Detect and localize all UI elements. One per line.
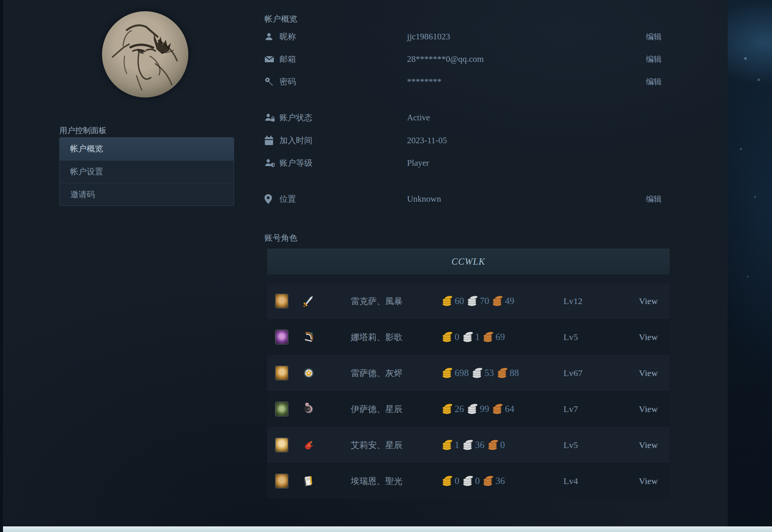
character-name: 雷克萨、風暴: [351, 295, 403, 307]
currency: 1 36 0: [442, 439, 508, 451]
nickname-edit-link[interactable]: 编辑: [646, 31, 662, 42]
account-status-label: 账户状态: [279, 112, 312, 123]
sidebar-item-invite-code[interactable]: 邀请码: [60, 183, 234, 206]
envelope-icon: [264, 55, 279, 63]
gold-coin-icon: [442, 295, 453, 307]
copper-amount: 36: [496, 476, 505, 486]
sidebar-item-account-overview[interactable]: 帐户概览: [60, 138, 234, 160]
account-status-value: Active: [407, 113, 430, 123]
silver-coin-icon: [463, 475, 474, 487]
gold-coin-icon: [442, 367, 453, 379]
character-level: Lv4: [563, 476, 578, 486]
character-level: Lv5: [563, 332, 578, 342]
copper-coin-icon: [492, 295, 503, 307]
location-pin-icon: [264, 194, 279, 204]
silver-coin-icon: [467, 403, 478, 415]
character-portrait-icon: [275, 366, 288, 381]
phoenix-icon: [302, 439, 315, 451]
sidebar-item-account-settings[interactable]: 帐户设置: [60, 160, 234, 183]
view-character-link[interactable]: View: [639, 296, 658, 306]
view-character-link[interactable]: View: [639, 440, 658, 450]
character-level: Lv12: [563, 296, 583, 306]
background-artwork: [728, 0, 772, 532]
copper-coin-icon: [483, 475, 494, 487]
character-portrait-icon: [275, 402, 288, 417]
user-lock-icon: [264, 113, 279, 122]
character-portrait-icon: [275, 474, 288, 489]
silver-coin-icon: [463, 439, 474, 451]
copper-amount: 88: [510, 368, 519, 378]
character-name: 艾莉安、星辰: [351, 439, 403, 451]
key-icon: [264, 77, 279, 87]
location-edit-link[interactable]: 编辑: [646, 194, 662, 204]
swirl-icon: [302, 403, 315, 415]
join-date-value: 2023-11-05: [407, 136, 447, 145]
silver-coin-icon: [467, 295, 478, 307]
silver-amount: 70: [480, 296, 489, 306]
gold-amount: 60: [455, 296, 464, 306]
character-name: 雷萨德、灰烬: [351, 367, 403, 379]
footer-strip: [3, 526, 772, 532]
copper-amount: 69: [496, 332, 505, 342]
email-row: 邮箱 28*******0@qq.com 编辑: [264, 51, 671, 68]
avatar: [102, 11, 188, 97]
location-value: Unknown: [407, 194, 441, 204]
silver-amount: 99: [480, 404, 489, 414]
silver-amount: 53: [485, 368, 494, 378]
character-name: 娜塔莉、影歌: [351, 331, 403, 343]
page-title: 帐户概览: [264, 13, 297, 25]
copper-coin-icon: [488, 439, 499, 451]
password-row: 密码 ******** 编辑: [264, 73, 671, 90]
server-banner[interactable]: CCWLK: [267, 249, 670, 274]
view-character-link[interactable]: View: [639, 476, 658, 486]
copper-amount: 64: [505, 404, 514, 414]
account-page: 用户控制面板 帐户概览 帐户设置 邀请码 帐户概览 昵称 jjc19861023…: [0, 0, 772, 532]
email-edit-link[interactable]: 编辑: [646, 54, 662, 64]
account-level-label: 账户等级: [279, 157, 312, 169]
copper-coin-icon: [497, 367, 508, 379]
characters-section-title: 账号角色: [264, 232, 297, 244]
character-level: Lv7: [563, 404, 578, 414]
password-edit-link[interactable]: 编辑: [646, 76, 662, 87]
location-label: 位置: [279, 193, 296, 205]
silver-coin-icon: [463, 331, 474, 343]
password-value: ********: [407, 77, 442, 87]
sidebar-heading: 用户控制面板: [59, 125, 107, 136]
gold-amount: 1: [455, 440, 460, 450]
view-character-link[interactable]: View: [639, 404, 658, 414]
location-row: 位置 Unknown 编辑: [264, 190, 671, 208]
seal-icon: [302, 367, 315, 379]
character-row: 埃瑞恩、聖光 0 0 36 Lv4 View: [267, 463, 670, 499]
currency: 60 70 49: [442, 295, 517, 307]
view-character-link[interactable]: View: [639, 368, 658, 378]
user-icon: [264, 32, 279, 41]
sword-icon: [302, 295, 315, 307]
character-row: 娜塔莉、影歌 0 1 69 Lv5 View: [267, 319, 670, 355]
silver-amount: 1: [475, 332, 480, 342]
server-name: CCWLK: [452, 256, 485, 267]
password-label: 密码: [279, 76, 296, 87]
gold-coin-icon: [442, 403, 453, 415]
gold-amount: 0: [455, 332, 460, 342]
currency: 698 53 88: [442, 367, 522, 379]
currency: 26 99 64: [442, 403, 517, 415]
gold-coin-icon: [442, 331, 453, 343]
silver-amount: 36: [475, 440, 485, 450]
character-level: Lv5: [563, 440, 578, 450]
account-status-row: 账户状态 Active: [264, 109, 671, 126]
copper-amount: 0: [500, 440, 505, 450]
copper-amount: 49: [505, 296, 514, 306]
calendar-icon: [264, 136, 279, 145]
character-name: 埃瑞恩、聖光: [351, 475, 403, 487]
character-portrait-icon: [275, 294, 288, 309]
sidebar-panel: 帐户概览 帐户设置 邀请码: [59, 137, 234, 206]
view-character-link[interactable]: View: [639, 332, 658, 342]
email-label: 邮箱: [279, 54, 296, 65]
silver-amount: 0: [475, 476, 480, 486]
character-row: 艾莉安、星辰 1 36 0 Lv5 View: [267, 427, 670, 463]
character-portrait-icon: [275, 438, 288, 453]
character-row: 雷克萨、風暴 60 70 49 Lv12 View: [267, 283, 670, 319]
character-row: 雷萨德、灰烬 698 53 88 Lv67 View: [267, 355, 670, 391]
gold-amount: 0: [455, 476, 460, 486]
account-level-row: 账户等级 Player: [264, 154, 671, 172]
